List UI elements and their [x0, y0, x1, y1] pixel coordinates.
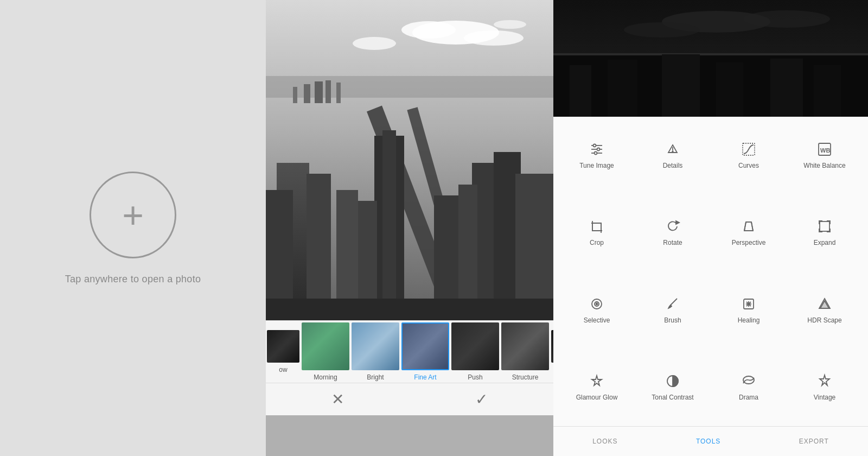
svg-point-4	[353, 37, 396, 50]
svg-rect-16	[307, 174, 331, 320]
filter-label-ow: ow	[279, 366, 287, 373]
svg-rect-33	[716, 62, 743, 117]
tool-tune-image[interactable]: Tune Image	[559, 117, 635, 194]
filter-item-structure[interactable]: Structure	[500, 322, 550, 381]
svg-rect-9	[315, 81, 323, 103]
nav-looks-label: LOOKS	[592, 438, 617, 445]
nav-export[interactable]: EXPORT	[788, 435, 840, 447]
filter-label-structure: Structure	[512, 373, 539, 381]
right-panel: Tune Image Details Curves	[553, 0, 868, 456]
filter-item-fineart[interactable]: Fine Art	[400, 322, 450, 381]
svg-line-54	[744, 222, 746, 231]
svg-marker-71	[820, 375, 829, 385]
filter-label-fineart: Fine Art	[414, 373, 436, 381]
filter-thumb-ow	[267, 330, 299, 363]
svg-point-3	[464, 30, 524, 46]
tool-drama[interactable]: Drama	[711, 349, 787, 427]
svg-rect-29	[553, 53, 868, 55]
preview-thumbnail	[553, 0, 868, 117]
crop-label: Crop	[590, 239, 604, 246]
svg-point-38	[743, 10, 830, 28]
brush-label: Brush	[664, 316, 681, 324]
action-bar: ✕ ✓	[266, 383, 553, 415]
svg-rect-32	[662, 54, 700, 117]
filter-thumb-push	[451, 322, 499, 370]
tonal-contrast-icon	[665, 373, 680, 391]
healing-icon	[741, 296, 756, 314]
bottom-nav: LOOKS TOOLS EXPORT	[553, 426, 868, 456]
filter-thumb-bright	[352, 322, 399, 370]
tune-image-icon	[589, 142, 604, 159]
curves-label: Curves	[738, 162, 759, 169]
filter-item-si[interactable]: Si	[550, 330, 553, 373]
tool-white-balance[interactable]: WB White Balance	[787, 117, 863, 194]
cancel-button[interactable]: ✕	[310, 386, 366, 413]
svg-text:WB: WB	[820, 147, 830, 154]
drama-label: Drama	[739, 394, 758, 401]
tool-curves[interactable]: Curves	[711, 117, 787, 194]
nav-tools-label: TOOLS	[696, 438, 720, 445]
vintage-label: Vintage	[814, 394, 835, 401]
tool-crop[interactable]: Crop	[559, 194, 635, 272]
hdr-scape-label: HDR Scape	[807, 316, 841, 324]
svg-rect-18	[382, 130, 396, 320]
perspective-label: Perspective	[732, 239, 766, 246]
filter-label-bright: Bright	[367, 373, 384, 381]
filter-item-ow[interactable]: ow	[266, 330, 301, 373]
brush-icon	[665, 296, 680, 314]
filter-thumb-structure	[501, 322, 549, 370]
filter-label-push: Push	[468, 373, 482, 381]
left-panel[interactable]: + Tap anywhere to open a photo	[0, 0, 266, 456]
perspective-icon	[741, 219, 756, 236]
tool-details[interactable]: Details	[635, 117, 711, 194]
nav-tools[interactable]: TOOLS	[685, 435, 731, 447]
nav-looks[interactable]: LOOKS	[582, 435, 628, 447]
details-label: Details	[663, 162, 683, 169]
svg-rect-10	[326, 80, 331, 103]
center-panel: ow Morning Bright Fine Art Push Structur…	[266, 0, 553, 456]
tools-grid: Tune Image Details Curves	[553, 117, 868, 426]
tool-expand[interactable]: Expand	[787, 194, 863, 272]
filter-item-bright[interactable]: Bright	[350, 322, 400, 381]
tool-brush[interactable]: Brush	[635, 271, 711, 349]
svg-rect-30	[570, 65, 591, 117]
tool-rotate[interactable]: Rotate	[635, 194, 711, 272]
confirm-button[interactable]: ✓	[454, 386, 509, 413]
filter-strip: ow Morning Bright Fine Art Push Structur…	[266, 320, 553, 383]
tool-perspective[interactable]: Perspective	[711, 194, 787, 272]
rotate-label: Rotate	[663, 239, 682, 246]
curves-icon	[741, 142, 756, 159]
svg-rect-7	[293, 87, 297, 103]
hdr-scape-icon	[817, 296, 832, 314]
tool-selective[interactable]: Selective	[559, 271, 635, 349]
svg-rect-8	[304, 84, 310, 103]
expand-icon	[817, 219, 832, 236]
tonal-contrast-label: Tonal Contrast	[652, 394, 693, 401]
svg-point-37	[624, 22, 700, 37]
glamour-glow-icon	[589, 373, 604, 391]
glamour-glow-label: Glamour Glow	[576, 394, 618, 401]
add-photo-button[interactable]: +	[90, 172, 176, 258]
tool-glamour-glow[interactable]: Glamour Glow	[559, 349, 635, 427]
filter-item-push[interactable]: Push	[450, 322, 500, 381]
rotate-icon	[665, 219, 680, 236]
tool-healing[interactable]: Healing	[711, 271, 787, 349]
svg-point-42	[593, 144, 596, 147]
svg-marker-68	[592, 376, 602, 385]
svg-marker-52	[676, 221, 679, 224]
svg-point-2	[401, 21, 456, 39]
filter-item-morning[interactable]: Morning	[301, 322, 350, 381]
svg-point-5	[494, 20, 526, 29]
healing-label: Healing	[738, 316, 760, 324]
svg-rect-56	[820, 221, 829, 231]
tool-hdr-scape[interactable]: HDR Scape	[787, 271, 863, 349]
details-icon	[665, 142, 680, 159]
svg-rect-31	[608, 60, 637, 117]
tune-image-label: Tune Image	[579, 162, 614, 169]
tool-tonal-contrast[interactable]: Tonal Contrast	[635, 349, 711, 427]
selective-label: Selective	[584, 316, 610, 324]
main-image	[266, 0, 553, 320]
selective-icon	[589, 296, 604, 314]
svg-point-44	[595, 151, 597, 154]
tool-vintage[interactable]: Vintage	[787, 349, 863, 427]
